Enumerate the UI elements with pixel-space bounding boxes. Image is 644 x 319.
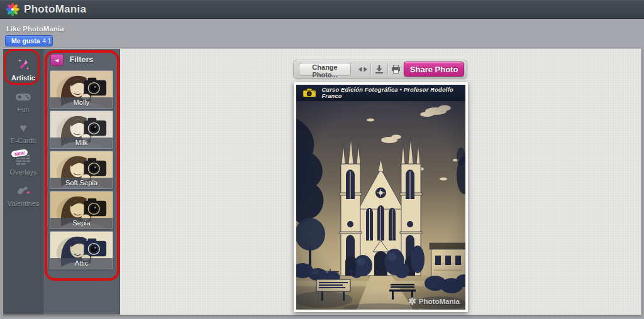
top-bar: PhotoMania	[0, 0, 644, 19]
sidebar-item-fun[interactable]: Fun	[3, 84, 43, 113]
sidebar-item-label: Valentines	[8, 200, 40, 207]
overlay-lines-icon: NEW	[16, 153, 30, 166]
photo-caption-bar: Curso Edición Fotográfica • Profesor Rod…	[296, 85, 465, 101]
facebook-like-count: 4.1	[43, 38, 52, 45]
facebook-like-button[interactable]: Me gusta 4.1	[5, 35, 53, 46]
photo-caption-text: Curso Edición Fotográfica • Profesor Rod…	[321, 87, 465, 99]
photomania-logo-icon	[6, 3, 19, 16]
photo-frame: Curso Edición Fotográfica • Profesor Rod…	[294, 82, 468, 312]
facebook-like-label: Me gusta	[11, 37, 40, 45]
photo-toolbar: Change Photo... Share Photo	[293, 60, 467, 78]
filter-label: Milk	[50, 138, 113, 148]
sidebar-item-valentines[interactable]: Valentines	[3, 178, 43, 207]
filters-panel: ◄ Filters Molly Milk Soft Sepia Sepia	[43, 49, 120, 315]
filters-panel-title: Filters	[43, 55, 119, 64]
photomania-watermark: PhotoMania	[408, 297, 460, 305]
sidebar-item-label: E-Cards	[11, 137, 36, 144]
cupid-icon	[16, 184, 31, 198]
magic-wand-icon	[16, 58, 30, 72]
sidebar-item-ecards[interactable]: ♥ E-Cards	[3, 116, 43, 144]
category-sidebar: Artistic Fun ♥ E-Cards	[3, 49, 43, 315]
sidebar-item-label: Fun	[18, 105, 30, 113]
sidebar-item-overlays[interactable]: NEW Overlays	[3, 147, 43, 176]
camera-icon	[303, 88, 316, 98]
filters-header: ◄ Filters	[43, 49, 119, 69]
sidebar-item-label: Overlays	[9, 168, 36, 176]
filter-item-molly[interactable]: Molly	[50, 70, 113, 109]
app-title: PhotoMania	[24, 3, 86, 16]
share-photo-button[interactable]: Share Photo	[404, 62, 464, 77]
gamepad-icon	[15, 90, 31, 104]
filter-label: Sepia	[50, 218, 113, 229]
filter-label: Soft Sepia	[50, 178, 113, 188]
change-photo-button[interactable]: Change Photo...	[299, 63, 351, 76]
print-icon[interactable]	[388, 63, 404, 75]
filter-item-attic[interactable]: Attic	[50, 231, 113, 269]
photomania-watermark-logo-icon	[408, 297, 416, 305]
filter-item-milk[interactable]: Milk	[50, 111, 113, 149]
filter-item-soft-sepia[interactable]: Soft Sepia	[50, 151, 113, 189]
filter-label: Molly	[50, 97, 113, 108]
church-photo-image	[296, 101, 465, 310]
compare-before-after-icon[interactable]	[355, 63, 370, 75]
heart-icon: ♥	[19, 121, 26, 135]
filter-label: Attic	[50, 258, 113, 269]
like-photomania-label: Like PhotoMania	[6, 25, 64, 33]
sidebar-item-artistic[interactable]: Artistic	[3, 53, 43, 82]
filter-item-sepia[interactable]: Sepia	[50, 191, 113, 229]
photomania-app: PhotoMania Like PhotoMania Me gusta 4.1	[0, 0, 644, 319]
edited-photo: Curso Edición Fotográfica • Profesor Rod…	[296, 85, 465, 310]
sidebar-item-label: Artistic	[11, 74, 35, 82]
photomania-watermark-text: PhotoMania	[419, 298, 460, 305]
download-icon[interactable]	[371, 63, 387, 75]
